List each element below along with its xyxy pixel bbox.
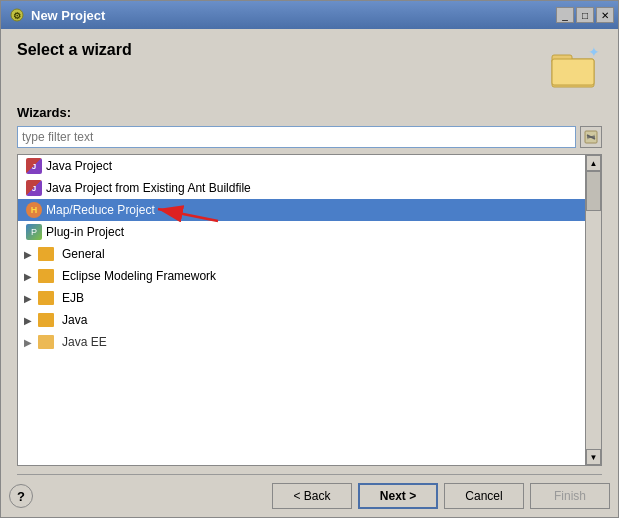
java-ant-project-icon: J xyxy=(26,180,42,196)
expand-arrow-icon: ▶ xyxy=(22,270,34,282)
window-title: New Project xyxy=(31,8,105,23)
header-section: Select a wizard ✦ xyxy=(17,41,602,93)
list-item-map-reduce[interactable]: H Map/Reduce Project xyxy=(18,199,585,221)
svg-text:⚙: ⚙ xyxy=(13,11,21,21)
list-item[interactable]: J Java Project from Existing Ant Buildfi… xyxy=(18,177,585,199)
list-item-label: Java xyxy=(62,313,87,327)
action-buttons: < Back Next > Cancel Finish xyxy=(272,483,610,509)
list-item[interactable]: ▶ EJB xyxy=(18,287,585,309)
list-scrollbar[interactable]: ▲ ▼ xyxy=(585,155,601,465)
folder-icon xyxy=(38,269,54,283)
list-item-label: Java EE xyxy=(62,335,107,349)
expand-arrow-icon: ▶ xyxy=(22,314,34,326)
list-item-label: Java Project from Existing Ant Buildfile xyxy=(46,181,251,195)
back-button[interactable]: < Back xyxy=(272,483,352,509)
bottom-area: ? < Back Next > Cancel Finish xyxy=(1,475,618,517)
plugin-project-icon: P xyxy=(26,224,42,240)
map-reduce-icon: H xyxy=(26,202,42,218)
expand-arrow-icon: ▶ xyxy=(22,336,34,348)
scroll-thumb[interactable] xyxy=(586,171,601,211)
close-button[interactable]: ✕ xyxy=(596,7,614,23)
list-item[interactable]: ▶ Eclipse Modeling Framework xyxy=(18,265,585,287)
next-button[interactable]: Next > xyxy=(358,483,438,509)
scroll-up-button[interactable]: ▲ xyxy=(586,155,601,171)
help-button[interactable]: ? xyxy=(9,484,33,508)
scroll-track xyxy=(586,171,601,449)
expand-arrow-icon: ▶ xyxy=(22,248,34,260)
cancel-button[interactable]: Cancel xyxy=(444,483,524,509)
title-bar-left: ⚙ New Project xyxy=(9,7,105,23)
java-project-icon: J xyxy=(26,158,42,174)
list-item-label: EJB xyxy=(62,291,84,305)
wizards-label: Wizards: xyxy=(17,105,602,120)
title-bar: ⚙ New Project _ □ ✕ xyxy=(1,1,618,29)
page-title: Select a wizard xyxy=(17,41,132,59)
list-item-label: Map/Reduce Project xyxy=(46,203,155,217)
folder-icon xyxy=(38,313,54,327)
list-item-label: Java Project xyxy=(46,159,112,173)
expand-arrow-icon: ▶ xyxy=(22,292,34,304)
window: ⚙ New Project _ □ ✕ Select a wizard ✦ xyxy=(0,0,619,518)
scroll-down-button[interactable]: ▼ xyxy=(586,449,601,465)
list-item[interactable]: ▶ General xyxy=(18,243,585,265)
filter-clear-button[interactable] xyxy=(580,126,602,148)
list-item[interactable]: ▶ Java EE xyxy=(18,331,585,353)
filter-input[interactable] xyxy=(17,126,576,148)
list-item[interactable]: J Java Project xyxy=(18,155,585,177)
filter-row xyxy=(17,126,602,148)
list-item-label: Eclipse Modeling Framework xyxy=(62,269,216,283)
svg-rect-4 xyxy=(552,59,594,85)
wizard-list-container: J Java Project J Java Project from Exist… xyxy=(17,154,602,466)
title-buttons: _ □ ✕ xyxy=(556,7,614,23)
wizard-list: J Java Project J Java Project from Exist… xyxy=(18,155,585,465)
header-wizard-icon: ✦ xyxy=(550,41,602,93)
folder-icon xyxy=(38,247,54,261)
window-icon: ⚙ xyxy=(9,7,25,23)
list-item-label: Plug-in Project xyxy=(46,225,124,239)
svg-text:✦: ✦ xyxy=(588,44,600,60)
content-area: Select a wizard ✦ Wizards: xyxy=(1,29,618,474)
maximize-button[interactable]: □ xyxy=(576,7,594,23)
list-item-label: General xyxy=(62,247,105,261)
folder-icon xyxy=(38,335,54,349)
list-item[interactable]: ▶ Java xyxy=(18,309,585,331)
finish-button[interactable]: Finish xyxy=(530,483,610,509)
minimize-button[interactable]: _ xyxy=(556,7,574,23)
folder-icon xyxy=(38,291,54,305)
list-item[interactable]: P Plug-in Project xyxy=(18,221,585,243)
